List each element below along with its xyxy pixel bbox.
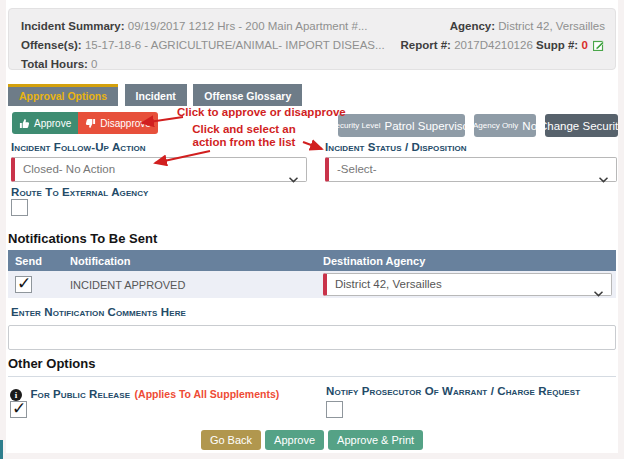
- notification-comments-label: Enter Notification Comments Here: [11, 306, 186, 318]
- public-release-label: For Public Release: [30, 388, 130, 400]
- change-security-label: Change Security: [539, 120, 624, 132]
- annotation-select-note-line1: Click and select an: [192, 123, 296, 135]
- notifications-section-title: Notifications To Be Sent: [8, 231, 157, 246]
- agency-only-value: No: [522, 120, 537, 132]
- footer-button-bar: Go Back Approve Approve & Print: [0, 430, 624, 450]
- approve-button-label: Approve: [34, 118, 71, 129]
- notifications-table-header: Send Notification Destination Agency: [8, 250, 616, 271]
- total-hours-label: Total Hours:: [21, 58, 88, 70]
- follow-up-action-select[interactable]: Closed- No Action: [11, 157, 307, 182]
- agency-label: Agency:: [450, 20, 495, 32]
- route-external-agency-checkbox[interactable]: [11, 199, 28, 216]
- go-back-button[interactable]: Go Back: [201, 430, 261, 450]
- total-hours-line: Total Hours: 0: [21, 58, 97, 70]
- thumbs-down-icon: [85, 118, 96, 129]
- route-external-agency-label: Route To External Agency: [11, 186, 149, 198]
- annotation-approve-note: Click to approve or disapprove: [177, 106, 346, 118]
- window-edge-fragment: [0, 440, 3, 459]
- incident-summary-label: Incident Summary:: [21, 20, 125, 32]
- destination-agency-value: District 42, Versailles: [335, 278, 442, 290]
- section-divider: [8, 376, 616, 377]
- annotation-select-note: Click and select an action from the list: [186, 123, 302, 149]
- tab-offense-glossary[interactable]: Offense Glossary: [193, 84, 302, 106]
- incident-summary-panel: Incident Summary: 09/19/2017 1212 Hrs - …: [8, 8, 616, 70]
- incident-summary-line: Incident Summary: 09/19/2017 1212 Hrs - …: [21, 20, 367, 32]
- annotation-select-note-line2: action from the list: [193, 136, 296, 148]
- follow-up-action-value: Closed- No Action: [23, 163, 115, 175]
- agency-only-label: Agency Only: [473, 121, 518, 130]
- public-release-row: For Public Release (Applies To All Suppl…: [10, 384, 279, 402]
- security-level-button[interactable]: Security Level Patrol Supervisor: [338, 114, 465, 137]
- agency-only-button[interactable]: Agency Only No: [474, 114, 536, 137]
- approve-and-print-button[interactable]: Approve & Print: [328, 430, 423, 450]
- report-number-label: Report #:: [400, 39, 450, 51]
- column-header-notification: Notification: [63, 255, 318, 267]
- change-security-button[interactable]: Change Security: [545, 114, 618, 137]
- notifications-table: Send Notification Destination Agency INC…: [8, 250, 616, 298]
- page-left-margin: [0, 0, 6, 459]
- destination-agency-select[interactable]: District 42, Versailles: [323, 273, 612, 296]
- follow-up-action-label: Incident Follow-Up Action: [11, 141, 146, 153]
- edit-pencil-icon[interactable]: [593, 39, 605, 53]
- other-options-section-title: Other Options: [8, 356, 95, 371]
- disapprove-button-label: Disapprove: [100, 118, 151, 129]
- offenses-value: 15-17-18-6 - AGRICULTURE/ANIMAL- IMPORT …: [85, 39, 385, 51]
- security-level-label: Security Level: [330, 121, 380, 130]
- incident-status-select[interactable]: -Select-: [325, 157, 617, 182]
- notification-table-row: INCIDENT APPROVED District 42, Versaille…: [8, 271, 616, 298]
- notify-prosecutor-checkbox[interactable]: [326, 401, 343, 418]
- approve-button[interactable]: Approve: [12, 112, 78, 134]
- chevron-down-icon: [599, 168, 608, 191]
- tab-bar: Approval Options Incident Offense Glossa…: [8, 84, 304, 107]
- incident-status-label: Incident Status / Disposition: [325, 141, 467, 153]
- notification-name-cell: INCIDENT APPROVED: [63, 279, 318, 291]
- page-right-margin: [618, 0, 624, 459]
- incident-summary-value: 09/19/2017 1212 Hrs - 200 Main Apartment…: [128, 20, 368, 32]
- report-number-value: 2017D4210126: [454, 39, 533, 51]
- security-level-value: Patrol Supervisor: [385, 120, 473, 132]
- report-line: Report #: 2017D4210126 Supp #: 0: [400, 39, 605, 53]
- public-release-checkbox[interactable]: [10, 401, 27, 418]
- column-header-send: Send: [8, 255, 63, 267]
- disapprove-button[interactable]: Disapprove: [78, 112, 158, 134]
- offenses-line: Offense(s): 15-17-18-6 - AGRICULTURE/ANI…: [21, 39, 385, 51]
- agency-value: District 42, Versailles: [498, 20, 605, 32]
- agency-line: Agency: District 42, Versailles: [450, 20, 605, 32]
- tab-incident[interactable]: Incident: [125, 84, 187, 106]
- incident-status-value: -Select-: [337, 163, 377, 175]
- tab-approval-options[interactable]: Approval Options: [8, 84, 118, 106]
- column-header-destination-agency: Destination Agency: [318, 255, 616, 267]
- total-hours-value: 0: [91, 58, 97, 70]
- chevron-down-icon: [289, 168, 298, 191]
- page-bottom-margin: [0, 453, 624, 459]
- public-release-note: (Applies To All Supplements): [135, 388, 280, 400]
- chevron-down-icon: [594, 283, 603, 304]
- approve-button-group: Approve Disapprove: [12, 112, 158, 134]
- thumbs-up-icon: [19, 118, 30, 129]
- offenses-label: Offense(s):: [21, 39, 82, 51]
- send-notification-checkbox[interactable]: [15, 276, 32, 293]
- notify-prosecutor-label: Notify Prosecutor Of Warrant / Charge Re…: [326, 385, 580, 397]
- notification-comments-input[interactable]: [8, 325, 616, 350]
- supp-number-label: Supp #:: [536, 39, 578, 51]
- approve-footer-button[interactable]: Approve: [265, 430, 324, 450]
- supp-number-value: 0: [581, 39, 587, 51]
